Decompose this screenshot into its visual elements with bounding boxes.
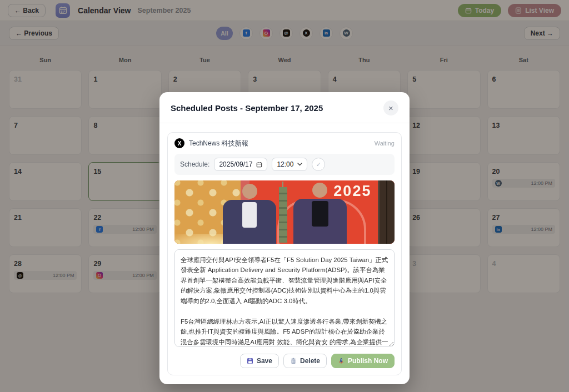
trash-icon — [290, 358, 297, 364]
account-name: TechNews 科技新報 — [189, 139, 248, 148]
modal-footer: Save Delete Publish Now — [174, 354, 395, 368]
delete-button[interactable]: Delete — [283, 354, 327, 368]
save-button[interactable]: Save — [240, 354, 279, 368]
confirm-schedule-button[interactable]: ✓ — [312, 158, 325, 171]
photo-wood-door — [378, 180, 395, 244]
post-image: 2025 — [174, 180, 395, 244]
date-picker-icon[interactable] — [256, 162, 262, 168]
schedule-row: Schedule: 2025/09/17 12:00 ✓ — [174, 154, 395, 175]
date-input[interactable]: 2025/09/17 — [214, 158, 267, 171]
modal-title: Scheduled Posts - September 17, 2025 — [171, 103, 323, 113]
close-icon[interactable]: × — [383, 100, 398, 115]
photo-taipei101-model — [279, 187, 287, 243]
modal-header: Scheduled Posts - September 17, 2025 × — [159, 92, 410, 123]
post-content-textarea[interactable]: 全球應用交付與API安全領導者F5在「F5 Solution Day 2025 … — [174, 249, 395, 347]
account-row: X TechNews 科技新報 Waiting — [168, 133, 401, 154]
schedule-label: Schedule: — [180, 160, 209, 168]
publish-now-button[interactable]: Publish Now — [331, 354, 395, 368]
x-avatar-icon: X — [174, 138, 184, 148]
post-card: X TechNews 科技新報 Waiting Schedule: 2025/0… — [167, 132, 402, 375]
scheduled-posts-modal: Scheduled Posts - September 17, 2025 × X… — [159, 92, 410, 384]
chevron-down-icon — [297, 163, 302, 166]
time-select[interactable]: 12:00 — [272, 158, 307, 171]
rocket-icon — [338, 358, 345, 364]
photo-person-left — [223, 184, 276, 244]
status-badge: Waiting — [375, 140, 395, 147]
floppy-icon — [247, 358, 253, 364]
photo-year-text: 2025 — [333, 183, 371, 200]
